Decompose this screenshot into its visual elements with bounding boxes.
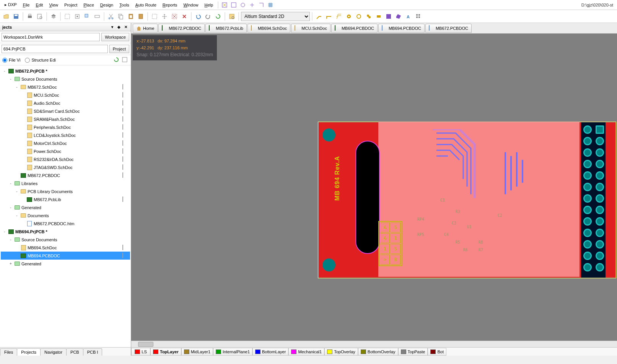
doc-tab[interactable]: MB694.SchDoc: [247, 24, 290, 33]
menu-tools[interactable]: Tools: [116, 1, 132, 9]
tree-node[interactable]: JTAG&SWD.SchDoc: [1, 163, 130, 171]
pad-icon[interactable]: [374, 12, 383, 21]
tree-node[interactable]: -MB694.PrjPCB *: [1, 227, 130, 236]
project-tree[interactable]: -MB672.PrjPCB *-Source Documents-MB672.S…: [0, 65, 131, 347]
doc-tab[interactable]: MB694.PCBDOC: [378, 24, 425, 33]
tree-node[interactable]: MB694.SchDoc: [1, 244, 130, 252]
project-button[interactable]: Project: [109, 45, 129, 53]
text-icon[interactable]: A: [404, 12, 413, 21]
toolbar-icon-3[interactable]: [239, 1, 247, 9]
menu-window[interactable]: Window: [180, 1, 201, 9]
bottom-tab[interactable]: Projects: [17, 348, 41, 356]
layer-tab[interactable]: BottomLayer: [252, 348, 288, 356]
tree-node[interactable]: MB672.PcbLib: [1, 195, 130, 203]
doc-tab[interactable]: MCU.SchDoc: [291, 24, 330, 33]
fill-icon[interactable]: [384, 12, 393, 21]
tree-node[interactable]: MotorCtrl.SchDoc: [1, 139, 130, 147]
bottom-tab[interactable]: Navigator: [40, 348, 67, 356]
route-icon-1[interactable]: [314, 12, 324, 21]
toolbar-icon-5[interactable]: [257, 1, 265, 9]
file-view-radio[interactable]: File Vi: [2, 58, 20, 63]
pcb-canvas[interactable]: x:-27.813 dx: 97.284 mm y:-42.291 dy: 23…: [131, 34, 617, 341]
doc-tab[interactable]: MB694.PCBDOC: [331, 24, 378, 33]
project-input[interactable]: [2, 45, 108, 53]
tree-node[interactable]: -Source Documents: [1, 236, 130, 244]
doc-tab[interactable]: MB672.PcbLib: [205, 24, 247, 33]
menu-place[interactable]: Place: [80, 1, 97, 9]
poly-icon[interactable]: [394, 12, 403, 21]
tree-node[interactable]: Audio.SchDoc: [1, 99, 130, 107]
cycle-icon[interactable]: [213, 12, 223, 21]
bottom-tab[interactable]: Files: [0, 348, 17, 356]
refresh-icon[interactable]: [113, 57, 120, 63]
tree-node[interactable]: -MB672.SchDoc: [1, 83, 130, 91]
panel-pin-icon[interactable]: ◈: [116, 24, 122, 30]
bottom-tab[interactable]: PCB: [66, 348, 83, 356]
print-icon[interactable]: [25, 12, 34, 21]
workspace-input[interactable]: [2, 33, 100, 41]
tree-node[interactable]: -PCB Library Documents: [1, 187, 130, 195]
zoom-comp-icon[interactable]: [93, 12, 102, 21]
tree-node[interactable]: SRAM&Flash.SchDoc: [1, 115, 130, 123]
tree-node[interactable]: MCU.SchDoc: [1, 91, 130, 99]
menu-reports[interactable]: Reports: [160, 1, 181, 9]
tree-node[interactable]: -Source Documents: [1, 75, 130, 83]
via-icon-2[interactable]: [354, 12, 363, 21]
layers-icon[interactable]: [49, 12, 58, 21]
layer-tab[interactable]: MidLayer1: [181, 348, 213, 356]
layer-tab[interactable]: Mechanical1: [288, 348, 324, 356]
via-icon-1[interactable]: [344, 12, 353, 21]
bottom-tab[interactable]: PCB I: [83, 348, 103, 356]
redo-icon[interactable]: [203, 12, 213, 21]
tree-node[interactable]: LCD&Joystick.SchDoc: [1, 131, 130, 139]
tree-node[interactable]: MB672.PCBDOC: [1, 171, 130, 179]
copy-icon[interactable]: [116, 12, 125, 21]
tree-node[interactable]: MB694.PCBDOC: [1, 252, 130, 260]
menu-design[interactable]: Design: [97, 1, 116, 9]
layer-ls[interactable]: LS: [131, 348, 150, 356]
paste-special-icon[interactable]: [136, 12, 145, 21]
tree-node[interactable]: SD&Smart Card.SchDoc: [1, 107, 130, 115]
doc-tab[interactable]: MB672.PCBDOC: [158, 24, 205, 33]
menu-help[interactable]: Help: [202, 1, 217, 9]
route-icon-2[interactable]: [324, 12, 334, 21]
layer-tab[interactable]: InternalPlane1: [213, 348, 252, 356]
toolbar-icon-1[interactable]: [221, 1, 228, 9]
route-icon-3[interactable]: [334, 12, 344, 21]
toolbar-icon-2[interactable]: [230, 1, 238, 9]
grid-icon[interactable]: [267, 1, 274, 9]
select-rect-icon[interactable]: [150, 12, 159, 21]
save-icon[interactable]: [11, 12, 21, 21]
panel-dropdown-icon[interactable]: ▾: [109, 24, 115, 30]
zoom-fit-icon[interactable]: [73, 12, 82, 21]
preview-icon[interactable]: [35, 12, 44, 21]
horizontal-scrollbar[interactable]: [131, 341, 617, 347]
menu-view[interactable]: View: [46, 1, 61, 9]
settings-icon[interactable]: [122, 57, 129, 63]
cut-icon[interactable]: [106, 12, 116, 21]
tree-node[interactable]: Power.SchDoc: [1, 147, 130, 155]
paste-icon[interactable]: [126, 12, 135, 21]
toolbar-icon-4[interactable]: [248, 1, 256, 9]
move-icon[interactable]: [160, 12, 169, 21]
view-mode-select[interactable]: Altium Standard 2D: [241, 12, 310, 21]
tree-node[interactable]: -MB672.PrjPCB *: [1, 67, 130, 75]
zoom-sel-icon[interactable]: [83, 12, 92, 21]
open-icon[interactable]: [2, 12, 11, 21]
layer-tab[interactable]: BottomOverlay: [358, 348, 398, 356]
tree-node[interactable]: -Documents: [1, 211, 130, 219]
doc-tab[interactable]: MB672.PCBDOC: [425, 24, 472, 33]
tree-node[interactable]: +Generated: [1, 260, 130, 268]
menu-file[interactable]: File: [20, 1, 33, 9]
tree-node[interactable]: MB672.PCBDOC.htm: [1, 219, 130, 227]
workspace-button[interactable]: Workspace: [101, 33, 129, 41]
undo-icon[interactable]: [194, 12, 203, 21]
tree-node[interactable]: RS232&IrDA.SchDoc: [1, 155, 130, 163]
structure-view-radio[interactable]: Structure Edi: [25, 58, 56, 63]
layer-tab[interactable]: TopLayer: [150, 348, 181, 356]
tree-node[interactable]: -Libraries: [1, 179, 130, 187]
menu-dxp[interactable]: ▸ DXP: [2, 1, 20, 9]
via-icon-3[interactable]: [364, 12, 373, 21]
zoom-area-icon[interactable]: [63, 12, 72, 21]
clear-icon[interactable]: [180, 12, 189, 21]
